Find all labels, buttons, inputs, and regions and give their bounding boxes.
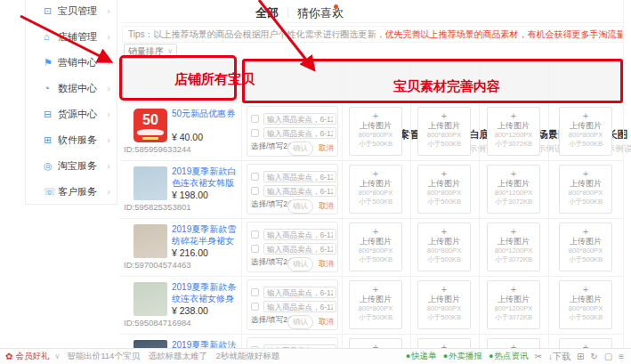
tab-all[interactable]: 全部 xyxy=(255,5,279,21)
plus-icon: + xyxy=(418,110,470,121)
plus-icon: + xyxy=(350,110,401,121)
upload-limit-spec: 小于3072KB xyxy=(489,313,538,322)
upload-long-image-button[interactable]: +上传图片800*1200PX小于3072KB xyxy=(487,165,540,214)
upload-label: 上传图片 xyxy=(350,179,401,189)
upload-transparent-image-button[interactable]: +上传图片800*800PX小于500KB xyxy=(559,165,612,214)
confirm-button[interactable]: 确认 xyxy=(287,142,313,156)
upload-limit-spec: 小于500KB xyxy=(351,140,400,149)
scene-tabs: 全部 | 猜你喜欢 xyxy=(120,0,623,23)
selling-point-input[interactable] xyxy=(263,185,336,197)
upload-whitebg-image-button[interactable]: +上传图片800*800PX小于500KB xyxy=(349,107,402,156)
sidebar-item-marketing-center[interactable]: ⚑营销中心› xyxy=(26,53,117,72)
selling-point-input[interactable] xyxy=(263,301,336,312)
selling-point-input[interactable] xyxy=(263,113,336,125)
chevron-right-icon: › xyxy=(107,31,110,42)
product-thumbnail[interactable] xyxy=(133,224,167,258)
taskbar-grid-icon[interactable]: ⊞ xyxy=(577,352,584,361)
product-thumbnail[interactable] xyxy=(133,282,167,316)
taskbar-download-icon[interactable]: ↓下载 xyxy=(548,351,570,363)
upload-scene-image-button[interactable]: +上传图片800*800PX小于500KB xyxy=(417,280,471,329)
product-title-link[interactable]: 50元新品优惠券 xyxy=(172,108,241,119)
upload-transparent-image-button[interactable]: +上传图片800*800PX小于500KB xyxy=(559,222,612,271)
upload-transparent-image-button[interactable]: +上传图片800*800PX小于500KB xyxy=(559,107,612,156)
taskbar-window-icon[interactable]: ▢ xyxy=(604,352,612,361)
selling-point-checkbox[interactable] xyxy=(251,245,259,253)
chevron-right-icon: › xyxy=(107,83,110,93)
product-id: ID:585959633244 xyxy=(124,144,191,154)
upload-size-spec: 800*800PX xyxy=(351,304,400,313)
taskbar-ticker-text: 智能出价114个宝贝 选款标题太难了 2秒就能做好标题 xyxy=(67,351,279,362)
taskbar-hot-news[interactable]: ●热点资讯 xyxy=(489,351,528,362)
upload-limit-spec: 小于500KB xyxy=(561,140,610,149)
selling-point-checkbox[interactable] xyxy=(251,231,259,239)
upload-scene-image-button[interactable]: +上传图片800*800PX小于500KB xyxy=(417,222,471,271)
seller-admin-page: ⊡宝贝管理›⌂店铺管理›⚑营销中心›◔数据中心›⊟货源中心›⊞软件服务›◎淘宝服… xyxy=(0,0,631,364)
upload-whitebg-image-button[interactable]: +上传图片800*800PX小于500KB xyxy=(349,165,402,214)
hot-news-icon: ● xyxy=(489,352,493,360)
confirm-button[interactable]: 确认 xyxy=(287,315,313,329)
upload-long-image-button[interactable]: +上传图片800*1200PX小于3072KB xyxy=(487,222,540,271)
sidebar-item-data-center[interactable]: ◔数据中心› xyxy=(26,78,117,98)
upload-limit-spec: 小于500KB xyxy=(419,313,468,322)
selling-point-input[interactable] xyxy=(263,127,336,139)
selling-point-input[interactable] xyxy=(263,229,336,240)
taskbar-scissors-icon[interactable]: ✂ xyxy=(535,352,542,361)
taskbar-refresh-icon[interactable]: ↻ xyxy=(590,352,597,361)
sidebar-item-item-manage[interactable]: ⊡宝贝管理› xyxy=(26,1,117,20)
upload-size-spec: 800*800PX xyxy=(419,247,468,255)
upload-label: 上传图片 xyxy=(560,295,611,304)
taskbar-item-label: 热点资讯 xyxy=(495,351,529,360)
cancel-button[interactable]: 取消 xyxy=(319,143,334,154)
product-title-link[interactable]: 2019夏季新款条纹连衣裙女修身显瘦小众网红 xyxy=(172,281,241,305)
selling-point-input[interactable] xyxy=(263,171,336,182)
sort-dropdown[interactable]: 销量排序 ∨ xyxy=(124,44,177,59)
selling-point-checkbox[interactable] xyxy=(251,129,259,137)
upload-long-image-button[interactable]: +上传图片800*1200PX小于3072KB xyxy=(487,107,540,156)
cancel-button[interactable]: 取消 xyxy=(319,317,334,328)
product-title-link[interactable]: 2019夏季新款白色连衣裙女韩版短袖T恤中长款 xyxy=(172,166,241,190)
product-title-link[interactable]: 2019夏季新款雪纺碎花半身裙女中长款韩版百搭 xyxy=(172,223,241,247)
upload-long-image-button[interactable]: +上传图片800*1200PX小于3072KB xyxy=(487,280,540,329)
selling-point-checkbox[interactable] xyxy=(251,173,259,181)
pie-chart-icon: ◔ xyxy=(44,83,58,93)
member-gift-link[interactable]: 会员好礼 xyxy=(15,351,49,362)
plus-icon: + xyxy=(350,168,401,179)
taskbar-right-tools: ●快递单●外卖播报●热点资讯✂↓下载⊞↻▢≡ xyxy=(406,351,631,363)
selling-point-checkbox[interactable] xyxy=(251,288,259,296)
upload-scene-image-button[interactable]: +上传图片800*800PX小于500KB xyxy=(417,165,471,214)
taskbar-menu-icon[interactable]: ≡ xyxy=(619,352,624,361)
upload-scene-image-button[interactable]: +上传图片800*800PX小于500KB xyxy=(417,107,471,156)
upload-label: 上传图片 xyxy=(350,237,401,247)
taskbar-express-bill[interactable]: ●快递单 xyxy=(406,351,437,362)
product-thumbnail[interactable] xyxy=(133,166,167,200)
upload-transparent-image-button[interactable]: +上传图片800*800PX小于500KB xyxy=(559,280,612,329)
cancel-button[interactable]: 取消 xyxy=(319,259,334,270)
selling-point-checkbox[interactable] xyxy=(251,303,259,311)
upload-size-spec: 800*1200PX xyxy=(489,247,538,255)
selling-point-input[interactable] xyxy=(263,287,336,298)
product-price: ¥ 40.00 xyxy=(172,132,203,142)
chevron-down-icon[interactable]: ∨ xyxy=(54,352,60,360)
upload-whitebg-image-button[interactable]: +上传图片800*800PX小于500KB xyxy=(349,222,402,271)
plus-icon: + xyxy=(350,226,401,237)
confirm-button[interactable]: 确认 xyxy=(287,199,313,214)
taskbar-takeout-broadcast[interactable]: ●外卖播报 xyxy=(443,351,482,362)
sidebar-item-shop-manage[interactable]: ⌂店铺管理› xyxy=(26,27,117,46)
copywriting-cell: 选择/填写2条文案确认取消 xyxy=(247,164,338,214)
selling-point-checkbox[interactable] xyxy=(251,187,259,195)
copywriting-cell: 选择/填写2条文案确认取消 xyxy=(247,279,338,330)
upload-size-spec: 800*800PX xyxy=(351,131,400,140)
product-thumbnail[interactable]: 50 xyxy=(133,109,167,142)
upload-limit-spec: 小于500KB xyxy=(561,255,610,264)
cancel-button[interactable]: 取消 xyxy=(319,201,334,212)
confirm-button[interactable]: 确认 xyxy=(287,257,313,271)
upload-size-spec: 800*800PX xyxy=(561,189,610,198)
gift-flower-icon: ✿ xyxy=(5,352,12,361)
upload-limit-spec: 小于3072KB xyxy=(489,140,538,149)
upload-label: 上传图片 xyxy=(560,179,611,189)
upload-whitebg-image-button[interactable]: +上传图片800*800PX小于500KB xyxy=(349,280,402,329)
chevron-down-icon: ∨ xyxy=(167,44,173,58)
selling-point-input[interactable] xyxy=(263,243,336,255)
selling-point-checkbox[interactable] xyxy=(251,115,259,123)
coupon-value: 50 xyxy=(133,112,167,128)
